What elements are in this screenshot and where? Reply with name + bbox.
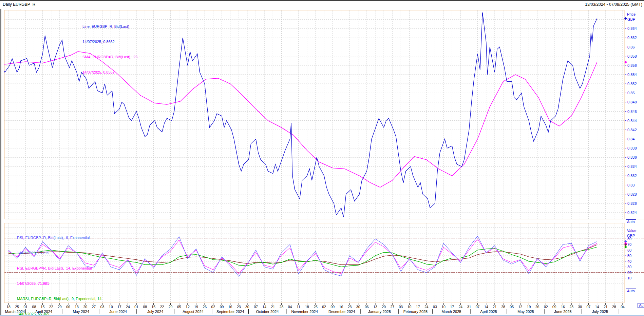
date-tick-label: 13 bbox=[73, 305, 80, 309]
date-tick-label: 14 bbox=[482, 305, 490, 309]
date-tick-label: 03 bbox=[99, 305, 106, 309]
price-tick-label: 0.834 bbox=[627, 164, 637, 169]
date-tick-label: 25 bbox=[13, 305, 21, 309]
price-legend: Line, EURGBP=R, Bid(Last) 14/07/2025, 0.… bbox=[82, 14, 137, 80]
price-tick-label: 0.844 bbox=[627, 119, 637, 123]
date-tick-label: 09 bbox=[218, 305, 225, 309]
date-tick-label: 02 bbox=[209, 305, 217, 309]
date-tick-label: 21 bbox=[269, 305, 277, 309]
date-tick-label: 07 bbox=[252, 305, 260, 309]
date-tick-label: 29 bbox=[167, 305, 174, 309]
price-legend-line-name: Line, EURGBP=R, Bid(Last) bbox=[82, 24, 137, 29]
date-tick-label: 04 bbox=[286, 305, 294, 309]
date-tick-label: 15 bbox=[150, 305, 157, 309]
date-tick-label: 27 bbox=[389, 305, 396, 309]
date-tick-label: 21 bbox=[602, 305, 609, 309]
marsi9-legend-name: MARSI, EURGBP=R, Bid(Last), 9, Exponenti… bbox=[17, 296, 103, 301]
date-tick-label: 01 bbox=[133, 305, 140, 309]
rsi9-legend-value: 14/07/2025, 75.215 bbox=[17, 251, 103, 256]
price-tick-label: 0.852 bbox=[627, 82, 637, 86]
month-label: July 2025 bbox=[578, 310, 622, 314]
price-tick-label: 0.832 bbox=[627, 174, 637, 178]
price-tick-label: 0.862 bbox=[627, 36, 637, 40]
date-tick-label: 15 bbox=[39, 305, 46, 309]
date-tick-label: 28 bbox=[610, 305, 618, 309]
price-tick-label: 0.842 bbox=[627, 128, 637, 132]
time-axis-auto-button[interactable]: Auto bbox=[638, 303, 644, 308]
price-tick-label: 0.846 bbox=[627, 110, 637, 114]
date-tick-label: 18 bbox=[5, 305, 12, 309]
date-tick-label: 27 bbox=[90, 305, 97, 309]
date-tick-label: 02 bbox=[320, 305, 328, 309]
date-tick-label: 26 bbox=[201, 305, 208, 309]
price-last-marker-diamond bbox=[624, 17, 627, 20]
price-tick-label: 0.848 bbox=[627, 100, 637, 104]
date-tick-label: 04 bbox=[619, 305, 626, 309]
date-tick-label: 20 bbox=[81, 305, 89, 309]
date-tick-label: 21 bbox=[491, 305, 498, 309]
marsi14-last-marker-diamond bbox=[624, 243, 627, 246]
date-tick-label: 13 bbox=[372, 305, 379, 309]
date-tick-label: 23 bbox=[568, 305, 575, 309]
date-tick-label: 28 bbox=[278, 305, 285, 309]
price-tick-label: 0.83 bbox=[627, 183, 634, 187]
date-tick-label: 24 bbox=[423, 305, 430, 309]
date-tick-label: 02 bbox=[542, 305, 550, 309]
date-tick-label: 05 bbox=[508, 305, 515, 309]
date-tick-label: 12 bbox=[184, 305, 191, 309]
rsi-axis-title: Value bbox=[627, 229, 636, 233]
date-tick-label: 30 bbox=[576, 305, 584, 309]
date-tick-label: 10 bbox=[440, 305, 447, 309]
date-tick-label: 11 bbox=[295, 305, 302, 309]
price-tick-label: 0.836 bbox=[627, 155, 637, 159]
date-tick-label: 17 bbox=[414, 305, 422, 309]
date-tick-label: 26 bbox=[534, 305, 541, 309]
rsi-tick-label: 30 bbox=[627, 265, 631, 269]
date-tick-label: 07 bbox=[585, 305, 592, 309]
rsi14-legend-value: 14/07/2025, 71.981 bbox=[17, 281, 103, 286]
price-tick-label: 0.838 bbox=[627, 146, 637, 150]
date-tick-label: 08 bbox=[141, 305, 149, 309]
price-tick-label: 0.854 bbox=[627, 73, 637, 77]
price-legend-sma-name: SMA, EURGBP=R, Bid(Last), 25 bbox=[82, 55, 137, 60]
rsi-legend: RSI, EURGBP=R, Bid(Last), 9, Exponential… bbox=[17, 225, 103, 316]
date-tick-label: 14 bbox=[261, 305, 268, 309]
rsi-axis-auto-button[interactable]: Auto bbox=[626, 289, 636, 293]
price-axis-auto-button[interactable]: Auto bbox=[626, 219, 636, 224]
date-tick-label: 19 bbox=[192, 305, 200, 309]
date-tick-label: 14 bbox=[593, 305, 601, 309]
date-tick-label: 12 bbox=[516, 305, 524, 309]
rsi-tick-label: 80 bbox=[627, 237, 631, 241]
price-tick-label: 0.828 bbox=[627, 192, 637, 196]
date-tick-label: 19 bbox=[525, 305, 532, 309]
price-tick-label: 0.824 bbox=[627, 211, 637, 215]
date-tick-label: 22 bbox=[48, 305, 55, 309]
rsi-tick-label: 10 bbox=[627, 276, 631, 280]
date-tick-label: 01 bbox=[22, 305, 29, 309]
price-tick-label: 0.826 bbox=[627, 201, 637, 205]
date-tick-label: 06 bbox=[64, 305, 72, 309]
rsi9-legend-name: RSI, EURGBP=R, Bid(Last), 9, Exponential bbox=[17, 235, 103, 240]
date-tick-label: 08 bbox=[30, 305, 38, 309]
date-tick-label: 09 bbox=[329, 305, 336, 309]
rsi-tick-label: 70 bbox=[627, 242, 631, 246]
sma-last-marker-diamond bbox=[624, 61, 627, 63]
date-tick-label: 30 bbox=[244, 305, 251, 309]
date-tick-label: 09 bbox=[551, 305, 558, 309]
price-tick-label: 0.84 bbox=[627, 137, 634, 141]
date-tick-label: 06 bbox=[363, 305, 371, 309]
rsi-tick-label: 60 bbox=[627, 248, 631, 252]
price-tick-label: 0.86 bbox=[627, 45, 634, 49]
date-tick-label: 18 bbox=[303, 305, 311, 309]
rsi-tick-label: 20 bbox=[627, 271, 631, 275]
date-tick-label: 03 bbox=[397, 305, 404, 309]
date-tick-label: 29 bbox=[56, 305, 63, 309]
date-tick-label: 20 bbox=[380, 305, 387, 309]
price-tick-label: 0.85 bbox=[627, 91, 634, 95]
date-tick-label: 10 bbox=[107, 305, 115, 309]
date-tick-label: 28 bbox=[499, 305, 507, 309]
rsi-tick-label: 40 bbox=[627, 259, 631, 263]
date-tick-label: 30 bbox=[355, 305, 362, 309]
date-tick-label: 16 bbox=[227, 305, 234, 309]
price-legend-sma-value: 14/07/2025, 0.8567 bbox=[82, 70, 137, 75]
